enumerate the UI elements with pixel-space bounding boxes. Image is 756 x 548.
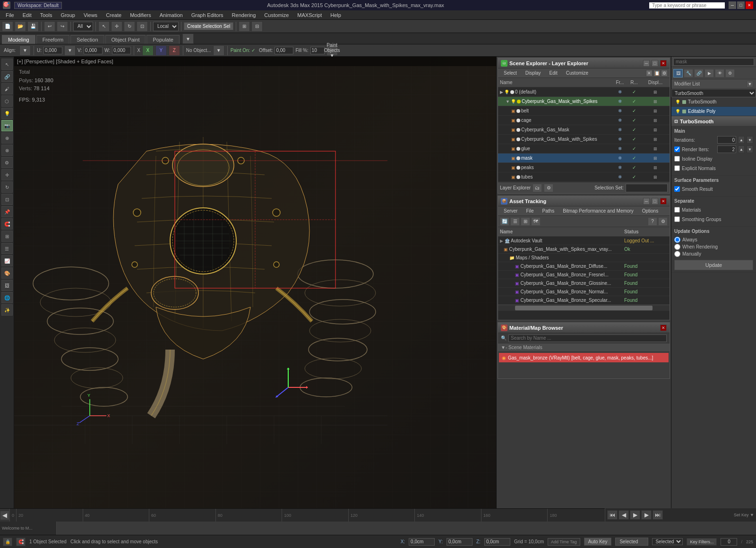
- isoline-checkbox[interactable]: [674, 156, 680, 162]
- layer-explorer-close[interactable]: ✕: [660, 60, 667, 67]
- layer-r-peaks[interactable]: ✓: [627, 165, 641, 170]
- sidebar-icon-material[interactable]: 🎨: [1, 267, 13, 279]
- asset-row-specular[interactable]: ▣ Cyberpunk_Gas_Mask_Bronze_Specular... …: [498, 296, 670, 305]
- key-filters-btn[interactable]: Key Filters...: [687, 538, 717, 546]
- layer-view-btn1[interactable]: 🗂: [533, 184, 542, 192]
- layer-disp-cage[interactable]: ⊞: [641, 118, 670, 123]
- layer-row-belt[interactable]: ▣ belt ❄ ✓ ⊞: [498, 106, 670, 116]
- rotate-btn[interactable]: ↻: [124, 21, 135, 32]
- layer-disp-belt[interactable]: ⊞: [641, 109, 670, 113]
- layer-fr-belt[interactable]: ❄: [613, 108, 627, 113]
- layer-disp-default[interactable]: ⊞: [641, 90, 670, 94]
- layer-r-mask[interactable]: ✓: [627, 155, 641, 161]
- layer-row-gasmask[interactable]: ▣ Cyberpunk_Gas_Mask ❄ ✓ ⊞: [498, 125, 670, 135]
- anim-go-end[interactable]: ⏭: [653, 510, 663, 520]
- add-time-tag-btn[interactable]: Add Time Tag: [548, 538, 580, 546]
- status-snap-btn[interactable]: 🧲: [16, 538, 26, 546]
- x-coord-input[interactable]: [409, 538, 435, 546]
- asset-menu-file[interactable]: File: [522, 207, 537, 214]
- u-type-btn[interactable]: ▼: [64, 45, 76, 56]
- layer-disp-tubes[interactable]: ⊞: [641, 175, 670, 180]
- layer-disp-peaks[interactable]: ⊞: [641, 165, 670, 170]
- tab-object-paint[interactable]: Object Paint: [105, 35, 146, 44]
- props-icon-hierarchy[interactable]: 🔗: [694, 69, 704, 77]
- w-input[interactable]: [112, 47, 131, 54]
- asset-menu-bitmap[interactable]: Bitmap Performance and Memory: [559, 207, 637, 214]
- update-button[interactable]: Update: [674, 260, 753, 270]
- layer-fr-gasmask[interactable]: ❄: [613, 127, 627, 132]
- layer-row-cyberpunk-spikes[interactable]: ▣ Cyberpunk_Gas_Mask_with_Spikes ❄ ✓ ⊞: [498, 135, 670, 144]
- anim-next-frame[interactable]: ▶: [641, 510, 652, 520]
- layer-disp-spikes[interactable]: ⊞: [641, 137, 670, 142]
- sidebar-icon-shapes[interactable]: ⬡: [1, 95, 13, 107]
- sidebar-icon-render[interactable]: 🖼: [1, 280, 13, 291]
- asset-list-btn[interactable]: ☰: [510, 217, 520, 226]
- layer-r-cage[interactable]: ✓: [627, 118, 641, 123]
- asset-row-maxfile[interactable]: ▣ Cyberpunk_Gas_Mask_with_Spikes_max_vra…: [498, 245, 670, 254]
- new-scene-btn[interactable]: 📄: [2, 21, 13, 32]
- layer-r-gasmask[interactable]: ✓: [627, 127, 641, 132]
- modifier-editablepoly[interactable]: 💡 Editable Poly: [671, 107, 756, 116]
- move-btn[interactable]: ✛: [111, 21, 122, 32]
- asset-row-fresnel[interactable]: ▣ Cyberpunk_Gas_Mask_Bronze_Fresnel... F…: [498, 271, 670, 279]
- layer-disp-glue[interactable]: ⊞: [641, 146, 670, 151]
- menu-graph-editors[interactable]: Graph Editors: [188, 11, 227, 19]
- sidebar-icon-rotate[interactable]: ↻: [1, 181, 13, 193]
- layer-r-spikes[interactable]: ✓: [627, 137, 641, 142]
- offset-input[interactable]: [275, 47, 293, 54]
- layer-explorer-minimize[interactable]: ─: [643, 60, 650, 67]
- align-btn[interactable]: ⊟: [251, 21, 263, 32]
- minimize-button[interactable]: ─: [729, 1, 736, 9]
- sidebar-icon-paint[interactable]: 🖌: [1, 83, 13, 94]
- layer-row-mask[interactable]: ▣ mask ❄ ✓ ⊞: [498, 154, 670, 163]
- sidebar-icon-link[interactable]: 🔗: [1, 71, 13, 82]
- layer-icon-btn2[interactable]: ⚙: [661, 70, 668, 77]
- materials-checkbox[interactable]: [674, 207, 680, 213]
- layer-icon-btn1[interactable]: 📋: [653, 70, 660, 77]
- layer-row-tubes[interactable]: ▣ tubes ❄ ✓ ⊞: [498, 172, 670, 182]
- asset-row-glossine[interactable]: ▣ Cyberpunk_Gas_Mask_Bronze_Glossine... …: [498, 279, 670, 288]
- autokey-button[interactable]: Auto Key: [584, 538, 612, 546]
- iterations-down[interactable]: ▼: [747, 136, 753, 144]
- asset-scrollbar[interactable]: [498, 305, 670, 310]
- selected-select[interactable]: Selected: [652, 538, 683, 545]
- sidebar-icon-env[interactable]: 🌐: [1, 292, 13, 303]
- tab-menu-btn[interactable]: ▼: [182, 34, 194, 44]
- create-selection-btn[interactable]: Create Selection Sel: [184, 22, 233, 30]
- frame-input[interactable]: [721, 538, 737, 546]
- layer-r-belt[interactable]: ✓: [627, 108, 641, 113]
- menu-customize[interactable]: Customize: [260, 11, 292, 19]
- sidebar-icon-place[interactable]: 📌: [1, 206, 13, 217]
- explicit-checkbox[interactable]: [674, 165, 680, 171]
- menu-animation[interactable]: Animation: [156, 11, 187, 19]
- layer-row-cyberpunk-group[interactable]: ▼ 💡 Cyberpunk_Gas_Mask_with_Spikes ❄ ✓ ⊞: [498, 97, 670, 106]
- asset-scrollbar-thumb[interactable]: [515, 306, 652, 310]
- modifier-turbosm[interactable]: 💡 TurboSmooth: [671, 97, 756, 107]
- when-rendering-radio[interactable]: [674, 244, 680, 250]
- modifier-list-dropdown-btn[interactable]: ▼: [747, 81, 753, 87]
- x-axis-btn[interactable]: X: [142, 45, 154, 56]
- scale-btn[interactable]: ⊡: [137, 21, 148, 32]
- smoothing-checkbox[interactable]: [674, 216, 680, 222]
- asset-detail-btn[interactable]: ⊞: [521, 217, 530, 226]
- manually-radio[interactable]: [674, 251, 680, 257]
- maximize-button[interactable]: □: [737, 1, 745, 9]
- sidebar-icon-camera[interactable]: 📷: [1, 120, 13, 131]
- material-browser-close[interactable]: ✕: [660, 325, 667, 331]
- sidebar-icon-snap[interactable]: 🧲: [1, 218, 13, 230]
- sidebar-icon-graph[interactable]: 📈: [1, 255, 13, 266]
- smooth-result-checkbox[interactable]: [674, 186, 680, 192]
- scene-materials-header[interactable]: ▼ - Scene Materials: [498, 343, 670, 352]
- no-object-btn[interactable]: ▼: [213, 45, 224, 56]
- tab-modeling[interactable]: Modeling: [2, 35, 35, 44]
- material-browser-header[interactable]: 🎨 Material/Map Browser ✕: [498, 323, 670, 333]
- layer-view-btn2[interactable]: ⚙: [544, 184, 553, 192]
- layer-row-peaks[interactable]: ▣ peaks ❄ ✓ ⊞: [498, 163, 670, 172]
- material-item-gasmask[interactable]: ◉ Gas_mask_bronze (VRayMtl) [belt, cage,…: [499, 353, 669, 362]
- tab-populate[interactable]: Populate: [146, 35, 179, 44]
- z-coord-input[interactable]: [484, 538, 510, 546]
- layer-r-default[interactable]: ✓: [627, 89, 641, 94]
- selection-set-input[interactable]: [626, 184, 668, 192]
- menu-create[interactable]: Create: [102, 11, 125, 19]
- render-iters-down[interactable]: ▼: [747, 146, 753, 153]
